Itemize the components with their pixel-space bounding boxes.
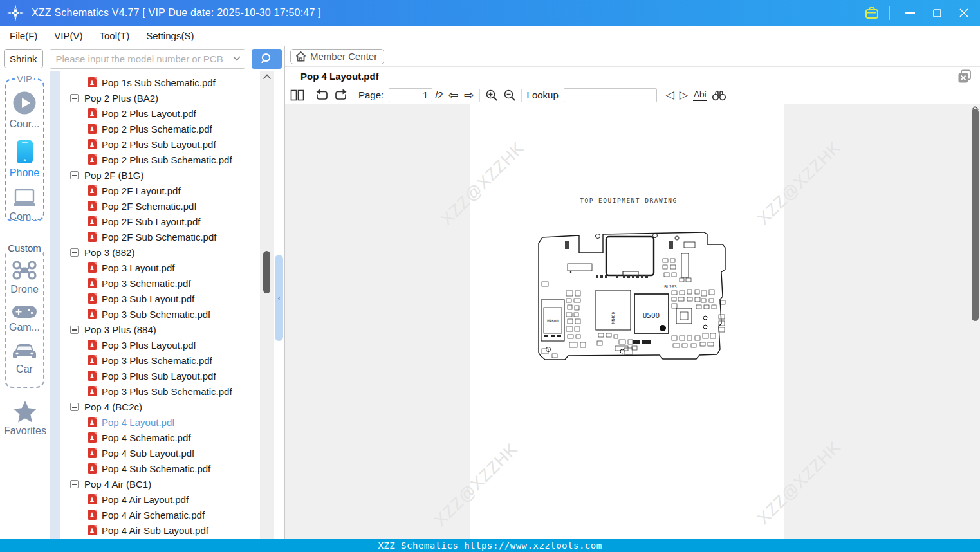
member-center-button[interactable]: Member Center xyxy=(290,49,384,64)
tree-file-row[interactable]: Pop 4 Sub Layout.pdf xyxy=(60,445,260,461)
tree-file-row[interactable]: Pop 4 Air Sub Layout.pdf xyxy=(60,522,260,538)
tab-pop4-layout[interactable]: Pop 4 Layout.pdf xyxy=(300,71,379,82)
tree-file-row[interactable]: Pop 2 Plus Layout.pdf xyxy=(60,106,260,121)
tree-item-label: Pop 2F Layout.pdf xyxy=(102,185,181,196)
license-bag-icon[interactable] xyxy=(861,4,883,22)
tree-file-row[interactable]: Pop 3 Sub Layout.pdf xyxy=(60,291,260,306)
tree-file-row[interactable]: Pop 2 Plus Schematic.pdf xyxy=(60,121,260,136)
collapse-toggle-icon[interactable] xyxy=(70,94,79,102)
tree-file-row[interactable]: Pop 2F Sub Layout.pdf xyxy=(60,214,260,229)
next-page-icon[interactable]: ⇨ xyxy=(464,89,474,101)
pdf-file-icon xyxy=(88,510,97,520)
pdf-file-icon xyxy=(88,232,97,242)
tree-file-row[interactable]: Pop 4 Schematic.pdf xyxy=(60,430,260,445)
svg-text:TOP EQUIPMENT DRAWING: TOP EQUIPMENT DRAWING xyxy=(580,197,678,204)
collapse-toggle-icon[interactable] xyxy=(70,248,79,257)
tree-scrollbar[interactable] xyxy=(260,71,274,539)
tree-file-row[interactable]: Pop 2F Layout.pdf xyxy=(60,183,260,198)
tree-scrollbar-thumb[interactable] xyxy=(263,251,270,293)
viewer-scrollbar[interactable] xyxy=(970,104,980,539)
find-next-icon[interactable]: ▷ xyxy=(680,89,688,100)
tree-file-row[interactable]: Pop 2F Schematic.pdf xyxy=(60,198,260,214)
menu-tool[interactable]: Tool(T) xyxy=(100,30,130,41)
tree-file-row[interactable]: Pop 2 Plus Sub Schematic.pdf xyxy=(60,152,260,167)
tree-item-label: Pop 4 Air Sub Layout.pdf xyxy=(102,525,208,536)
lookup-input[interactable] xyxy=(564,88,657,102)
tree-item-label: Pop 3 Plus (884) xyxy=(84,324,156,335)
two-page-view-icon[interactable] xyxy=(290,89,304,101)
tree-file-row[interactable]: Pop 3 Plus Schematic.pdf xyxy=(60,353,260,368)
vip-group-label: VIP xyxy=(15,73,34,84)
tree-group-row[interactable]: Pop 2F (B1G) xyxy=(60,167,260,183)
member-row: Member Center xyxy=(285,46,980,66)
file-tree: Pop 1s Sub Schematic.pdfPop 2 Plus (BA2)… xyxy=(60,71,260,539)
tree-file-row[interactable]: Pop 1s Sub Schematic.pdf xyxy=(60,75,260,90)
tree-file-row[interactable]: Pop 3 Plus Sub Schematic.pdf xyxy=(60,383,260,399)
favorites-button[interactable]: Favorites xyxy=(0,401,50,437)
tab-bar: Pop 4 Layout.pdf xyxy=(285,66,980,86)
pdf-file-icon xyxy=(88,139,97,149)
close-documents-icon[interactable] xyxy=(957,69,972,84)
tree-file-row[interactable]: Pop 3 Plus Sub Layout.pdf xyxy=(60,368,260,383)
rail-divider xyxy=(50,71,60,539)
panel-collapse-handle[interactable]: ‹ xyxy=(275,255,283,341)
collapse-toggle-icon[interactable] xyxy=(70,326,79,334)
zoom-in-icon[interactable] xyxy=(485,89,498,102)
tree-group-row[interactable]: Pop 4 (BC2c) xyxy=(60,399,260,414)
tree-file-row[interactable]: Pop 2 Plus Sub Layout.pdf xyxy=(60,136,260,152)
tree-file-row[interactable]: Pop 4 Layout.pdf xyxy=(60,414,260,430)
prev-page-icon[interactable]: ⇦ xyxy=(448,89,459,101)
collapse-toggle-icon[interactable] xyxy=(70,480,79,488)
tree-item-label: Pop 4 Air (BC1) xyxy=(84,479,151,490)
tree-file-row[interactable]: Pop 3 Layout.pdf xyxy=(60,260,260,275)
tree-group-row[interactable]: Pop 2 Plus (BA2) xyxy=(60,90,260,106)
chevron-down-icon[interactable] xyxy=(233,56,241,61)
viewer-scrollbar-thumb[interactable] xyxy=(972,109,979,321)
menu-file[interactable]: File(F) xyxy=(10,30,37,41)
pdf-viewer-canvas[interactable]: TOP EQUIPMENT DRAWING xyxy=(285,104,980,539)
rail-item-game[interactable]: Gam... xyxy=(6,305,43,333)
rail-item-computer[interactable]: Com... xyxy=(6,189,43,223)
tree-item-label: Pop 3 Plus Sub Schematic.pdf xyxy=(102,386,232,397)
rail-item-drone[interactable]: Drone xyxy=(6,260,43,295)
page-number-input[interactable] xyxy=(389,88,432,102)
rail-item-phone[interactable]: Phone xyxy=(6,140,43,179)
tree-file-row[interactable]: Pop 4 Sub Schematic.pdf xyxy=(60,461,260,476)
rotate-right-icon[interactable] xyxy=(334,89,347,101)
tree-group-row[interactable]: Pop 4 Air (BC1) xyxy=(60,476,260,492)
find-previous-icon[interactable]: ◁ xyxy=(666,89,674,100)
tree-file-row[interactable]: Pop 4 Air Layout.pdf xyxy=(60,492,260,507)
tree-file-row[interactable]: Pop 3 Sub Schematic.pdf xyxy=(60,306,260,322)
rail-item-car[interactable]: Car xyxy=(6,343,43,375)
tree-group-row[interactable]: Pop 3 Plus (884) xyxy=(60,322,260,337)
menu-settings[interactable]: Settings(S) xyxy=(146,30,194,41)
search-button[interactable] xyxy=(252,49,282,69)
tree-item-label: Pop 4 Air Schematic.pdf xyxy=(102,510,205,520)
category-rail: VIP Cour... xyxy=(0,71,50,539)
scroll-up-icon[interactable] xyxy=(263,74,272,80)
zoom-out-icon[interactable] xyxy=(503,89,516,102)
collapse-toggle-icon[interactable] xyxy=(70,171,79,179)
rotate-left-icon[interactable] xyxy=(315,89,329,101)
maximize-button[interactable] xyxy=(923,0,950,26)
shrink-button[interactable]: Shrink xyxy=(4,49,43,68)
app-logo-icon xyxy=(7,5,24,21)
binoculars-icon[interactable] xyxy=(712,89,726,101)
model-search-input[interactable] xyxy=(50,49,245,69)
tree-file-row[interactable]: Pop 4 Air Schematic.pdf xyxy=(60,507,260,522)
pdf-file-icon xyxy=(88,262,97,273)
close-button[interactable] xyxy=(950,0,977,26)
pdf-file-icon xyxy=(88,494,97,504)
menu-vip[interactable]: VIP(V) xyxy=(54,30,82,41)
tree-group-row[interactable]: Pop 3 (882) xyxy=(60,244,260,260)
tree-item-label: Pop 2F Sub Schematic.pdf xyxy=(102,232,216,243)
collapse-toggle-icon[interactable] xyxy=(70,403,79,411)
rail-item-course[interactable]: Cour... xyxy=(6,91,43,130)
tree-file-row[interactable]: Pop 3 Schematic.pdf xyxy=(60,275,260,291)
tree-file-row[interactable]: Pop 2F Sub Schematic.pdf xyxy=(60,229,260,244)
tree-item-label: Pop 2 Plus Sub Schematic.pdf xyxy=(102,154,232,165)
pdf-file-icon xyxy=(88,185,97,196)
match-case-icon[interactable]: Abi xyxy=(693,89,707,101)
tree-file-row[interactable]: Pop 3 Plus Layout.pdf xyxy=(60,337,260,353)
minimize-button[interactable] xyxy=(896,0,923,26)
